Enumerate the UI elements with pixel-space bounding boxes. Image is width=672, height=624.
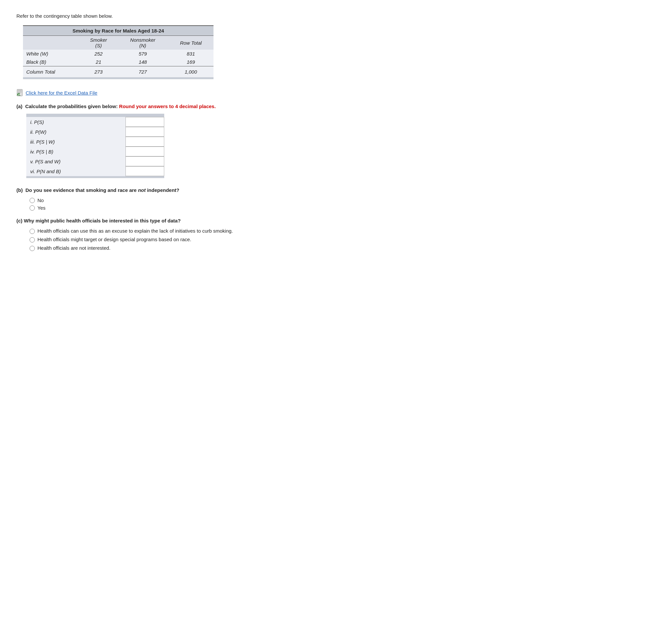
radio-option-c3[interactable]: Health officials are not interested. xyxy=(30,245,320,251)
prob-row-vi: vi. P(N and B) xyxy=(26,166,164,176)
prob-label-iv: iv. P(S | B) xyxy=(26,147,126,156)
prob-input-i[interactable] xyxy=(126,117,164,127)
radio-c3[interactable] xyxy=(30,246,35,251)
table-header-row: Smoker (S) Nonsmoker (N) Row Total xyxy=(23,36,214,50)
prob-row-iv: iv. P(S | B) xyxy=(26,147,164,156)
part-a-highlight: Round your answers to 4 decimal places. xyxy=(119,104,216,109)
prob-input-iii[interactable] xyxy=(126,137,164,147)
prob-label-i: i. P(S) xyxy=(26,117,126,127)
part-b-radio-group: No Yes xyxy=(30,198,320,211)
prob-input-iv[interactable] xyxy=(126,147,164,156)
contingency-table-wrapper: Smoking by Race for Males Aged 18-24 Smo… xyxy=(17,25,320,79)
prob-row-v: v. P(S and W) xyxy=(26,156,164,166)
prob-row-ii: ii. P(W) xyxy=(26,127,164,137)
excel-data-link[interactable]: Click here for the Excel Data File xyxy=(26,90,97,96)
svg-rect-1 xyxy=(18,90,22,91)
row-black-total: 169 xyxy=(168,58,214,67)
total-overall: 1,000 xyxy=(168,67,214,78)
table-row-white: White (W) 252 579 831 xyxy=(23,50,214,58)
radio-option-yes[interactable]: Yes xyxy=(30,205,320,211)
prob-table-footer xyxy=(26,176,164,178)
prob-label-ii: ii. P(W) xyxy=(26,127,126,137)
prob-input-vi[interactable] xyxy=(126,166,164,176)
radio-option-no[interactable]: No xyxy=(30,198,320,203)
radio-no[interactable] xyxy=(30,198,35,203)
radio-option-c1[interactable]: Health officials can use this as an excu… xyxy=(30,228,320,234)
prob-table-wrapper: i. P(S) ii. P(W) iii. P(S | W) iv. P(S |… xyxy=(26,114,320,178)
radio-c2-label: Health officials might target or design … xyxy=(37,237,191,242)
total-label: Column Total xyxy=(23,67,80,78)
svg-text:XL: XL xyxy=(17,93,21,96)
radio-yes[interactable] xyxy=(30,205,35,211)
row-black-smoker: 21 xyxy=(80,58,117,67)
table-row-black: Black (B) 21 148 169 xyxy=(23,58,214,67)
not-word: not xyxy=(138,187,145,193)
row-white-label: White (W) xyxy=(23,50,80,58)
prob-table-header xyxy=(26,114,164,117)
svg-rect-2 xyxy=(18,91,22,92)
prob-label-v: v. P(S and W) xyxy=(26,156,126,166)
svg-rect-3 xyxy=(18,92,22,93)
radio-c3-label: Health officials are not interested. xyxy=(37,245,110,251)
part-b-label: (b) Do you see evidence that smoking and… xyxy=(17,187,320,193)
contingency-table: Smoking by Race for Males Aged 18-24 Smo… xyxy=(23,25,214,79)
prob-row-i: i. P(S) xyxy=(26,117,164,127)
radio-c1[interactable] xyxy=(30,229,35,234)
header-col4: Row Total xyxy=(168,36,214,50)
prob-input-iv-cell xyxy=(126,147,164,156)
prob-row-iii: iii. P(S | W) xyxy=(26,137,164,147)
header-col3: Nonsmoker (N) xyxy=(117,36,168,50)
header-col1 xyxy=(23,36,80,50)
prob-input-i-cell xyxy=(126,117,164,127)
part-b: (b) Do you see evidence that smoking and… xyxy=(17,187,320,211)
excel-link-row: XL Click here for the Excel Data File xyxy=(17,89,320,96)
header-col2: Smoker (S) xyxy=(80,36,117,50)
prob-input-ii-cell xyxy=(126,127,164,137)
table-title-row: Smoking by Race for Males Aged 18-24 xyxy=(23,26,214,36)
part-c-radio-group: Health officials can use this as an excu… xyxy=(30,228,320,251)
row-black-label: Black (B) xyxy=(23,58,80,67)
total-smoker: 273 xyxy=(80,67,117,78)
table-bottom-border xyxy=(23,77,214,79)
radio-c1-label: Health officials can use this as an excu… xyxy=(37,228,233,234)
row-white-smoker: 252 xyxy=(80,50,117,58)
radio-no-label: No xyxy=(37,198,44,203)
part-a-label: (a) Calculate the probabilities given be… xyxy=(17,104,320,109)
prob-input-iii-cell xyxy=(126,137,164,147)
excel-icon: XL xyxy=(17,89,23,96)
part-c-label: (c) Why might public health officials be… xyxy=(17,218,320,224)
table-title: Smoking by Race for Males Aged 18-24 xyxy=(23,26,214,36)
radio-option-c2[interactable]: Health officials might target or design … xyxy=(30,237,320,242)
row-white-total: 831 xyxy=(168,50,214,58)
part-c: (c) Why might public health officials be… xyxy=(17,218,320,251)
prob-label-iii: iii. P(S | W) xyxy=(26,137,126,147)
total-nonsmoker: 727 xyxy=(117,67,168,78)
prob-table: i. P(S) ii. P(W) iii. P(S | W) iv. P(S |… xyxy=(26,114,164,178)
prob-input-vi-cell xyxy=(126,166,164,176)
intro-text: Refer to the contingency table shown bel… xyxy=(17,13,320,19)
row-black-nonsmoker: 148 xyxy=(117,58,168,67)
prob-input-ii[interactable] xyxy=(126,127,164,137)
prob-label-vi: vi. P(N and B) xyxy=(26,166,126,176)
radio-c2[interactable] xyxy=(30,237,35,242)
radio-yes-label: Yes xyxy=(37,205,45,211)
row-white-nonsmoker: 579 xyxy=(117,50,168,58)
part-a: (a) Calculate the probabilities given be… xyxy=(17,104,320,178)
prob-input-v[interactable] xyxy=(126,156,164,166)
table-total-row: Column Total 273 727 1,000 xyxy=(23,67,214,78)
prob-input-v-cell xyxy=(126,156,164,166)
